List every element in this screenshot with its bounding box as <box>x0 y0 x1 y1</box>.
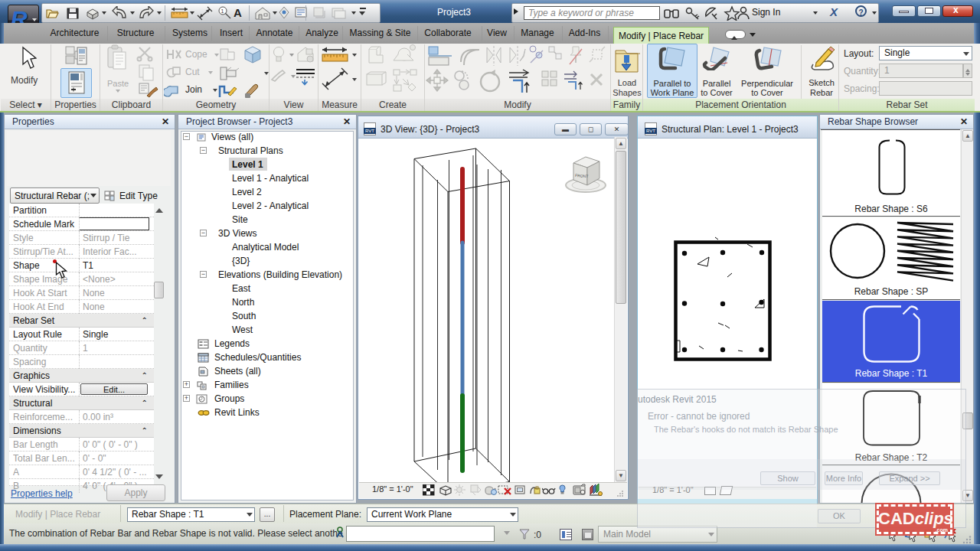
svg-text:FRONT: FRONT <box>575 173 589 178</box>
svg-text:1: 1 <box>221 8 224 14</box>
